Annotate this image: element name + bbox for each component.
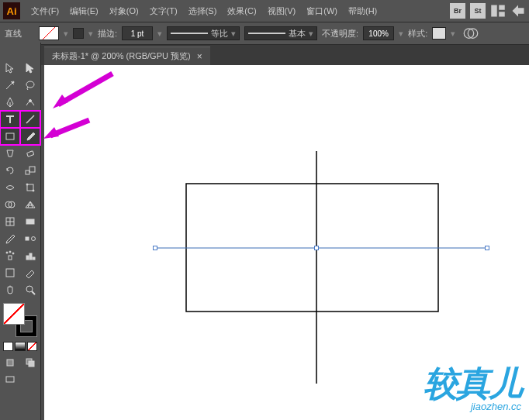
svg-point-23: [6, 252, 8, 253]
svg-rect-20: [26, 237, 29, 240]
options-bar: 直线 ▾ ▾ 描边: ▾ 等比▾ 基本▾ 不透明度: ▾ 样式: ▾: [0, 22, 529, 45]
blend-tool[interactable]: [20, 230, 40, 247]
menu-view[interactable]: 视图(V): [263, 0, 301, 22]
svg-rect-13: [27, 184, 33, 191]
svg-rect-32: [7, 360, 13, 366]
app-logo: Ai: [3, 2, 20, 19]
tool-name-label: 直线: [5, 28, 22, 40]
svg-rect-26: [26, 256, 29, 260]
svg-rect-19: [26, 219, 34, 224]
svg-point-30: [26, 286, 33, 292]
line-handle-right[interactable]: [485, 246, 489, 250]
svg-rect-29: [6, 269, 14, 277]
menu-select[interactable]: 选择(S): [184, 0, 222, 22]
menu-type[interactable]: 文字(T): [145, 0, 182, 22]
watermark: 较真儿 jiaozhen.cc: [424, 361, 521, 412]
svg-rect-22: [9, 256, 12, 260]
menu-effect[interactable]: 效果(C): [223, 0, 261, 22]
svg-rect-12: [29, 167, 35, 172]
free-transform-tool[interactable]: [20, 179, 40, 196]
none-mode-icon[interactable]: [27, 342, 37, 351]
mesh-tool[interactable]: [0, 213, 20, 230]
screen-mode-icon[interactable]: [0, 371, 20, 388]
line-handle-left[interactable]: [153, 246, 157, 250]
type-tool[interactable]: [0, 111, 20, 128]
annotation-arrow-1: [47, 70, 116, 116]
style-label: 样式:: [408, 28, 427, 40]
document-tab[interactable]: 未标题-1* @ 200% (RGB/GPU 预览) ×: [44, 46, 210, 65]
pathfinder-icon[interactable]: [463, 26, 479, 41]
svg-rect-0: [491, 5, 497, 17]
symbol-sprayer-tool[interactable]: [0, 247, 20, 264]
draw-normal-icon[interactable]: [0, 354, 20, 371]
profile-combo[interactable]: 等比▾: [167, 26, 240, 40]
stroke-swatch[interactable]: [73, 28, 84, 39]
scale-tool[interactable]: [20, 162, 40, 179]
hand-tool[interactable]: [0, 281, 20, 298]
br-icon[interactable]: Br: [450, 3, 465, 19]
gradient-mode-icon[interactable]: [15, 342, 25, 351]
paintbrush-tool[interactable]: [20, 128, 40, 145]
shaper-tool[interactable]: [0, 145, 20, 162]
rotate-tool[interactable]: [0, 162, 20, 179]
svg-line-31: [32, 291, 35, 294]
stroke-weight-input[interactable]: [122, 26, 153, 40]
width-tool[interactable]: [0, 179, 20, 196]
svg-rect-10: [27, 151, 34, 157]
lasso-tool[interactable]: [20, 77, 40, 94]
curvature-tool[interactable]: [20, 94, 40, 111]
magic-wand-tool[interactable]: [0, 77, 20, 94]
column-graph-tool[interactable]: [20, 247, 40, 264]
menu-file[interactable]: 文件(F): [26, 0, 64, 22]
shape-builder-tool[interactable]: [0, 196, 20, 213]
perspective-grid-tool[interactable]: [20, 196, 40, 213]
fill-color-icon[interactable]: [3, 303, 25, 325]
pen-tool[interactable]: [0, 94, 20, 111]
selection-tool[interactable]: [0, 60, 20, 77]
svg-point-5: [12, 81, 14, 83]
doc-tab-bar: 未标题-1* @ 200% (RGB/GPU 预览) ×: [0, 45, 529, 65]
style-swatch[interactable]: [432, 27, 446, 40]
rectangle-tool[interactable]: [0, 128, 20, 145]
menu-window[interactable]: 窗口(W): [302, 0, 342, 22]
color-mode-icon[interactable]: [3, 342, 13, 351]
opacity-label: 不透明度:: [322, 28, 358, 40]
menu-help[interactable]: 帮助(H): [344, 0, 382, 22]
draw-behind-icon[interactable]: [20, 354, 40, 371]
svg-rect-34: [29, 361, 34, 367]
menu-object[interactable]: 对象(O): [105, 0, 143, 22]
annotation-arrow-2: [39, 116, 93, 147]
svg-line-8: [26, 115, 34, 123]
svg-point-21: [32, 237, 36, 241]
eyedropper-tool[interactable]: [0, 230, 20, 247]
doc-tab-title: 未标题-1* @ 200% (RGB/GPU 预览): [52, 50, 191, 62]
tool-panel: [0, 43, 41, 420]
eraser-tool[interactable]: [20, 145, 40, 162]
svg-rect-27: [29, 253, 32, 260]
st-icon[interactable]: St: [470, 3, 486, 19]
svg-rect-9: [6, 133, 14, 139]
stroke-label: 描边:: [98, 28, 117, 40]
fill-stroke-control[interactable]: [3, 303, 37, 337]
artboard-tool[interactable]: [0, 264, 20, 281]
fill-swatch[interactable]: [39, 26, 59, 40]
svg-point-25: [12, 253, 14, 254]
menu-edit[interactable]: 编辑(E): [65, 0, 103, 22]
line-segment-tool[interactable]: [20, 111, 40, 128]
arrange-icon[interactable]: [490, 3, 506, 19]
direct-selection-tool[interactable]: [20, 60, 40, 77]
svg-point-15: [33, 190, 34, 191]
svg-rect-28: [33, 257, 35, 260]
brush-combo[interactable]: 基本▾: [244, 26, 317, 40]
svg-point-14: [26, 184, 28, 185]
slice-tool[interactable]: [20, 264, 40, 281]
zoom-tool[interactable]: [20, 281, 40, 298]
svg-rect-2: [499, 12, 505, 16]
svg-point-24: [9, 251, 11, 253]
svg-point-7: [29, 100, 32, 102]
gradient-tool[interactable]: [20, 213, 40, 230]
line-handle-center[interactable]: [314, 246, 319, 250]
close-tab-icon[interactable]: ×: [197, 51, 202, 62]
sync-icon[interactable]: [510, 3, 526, 19]
opacity-input[interactable]: [363, 26, 394, 40]
